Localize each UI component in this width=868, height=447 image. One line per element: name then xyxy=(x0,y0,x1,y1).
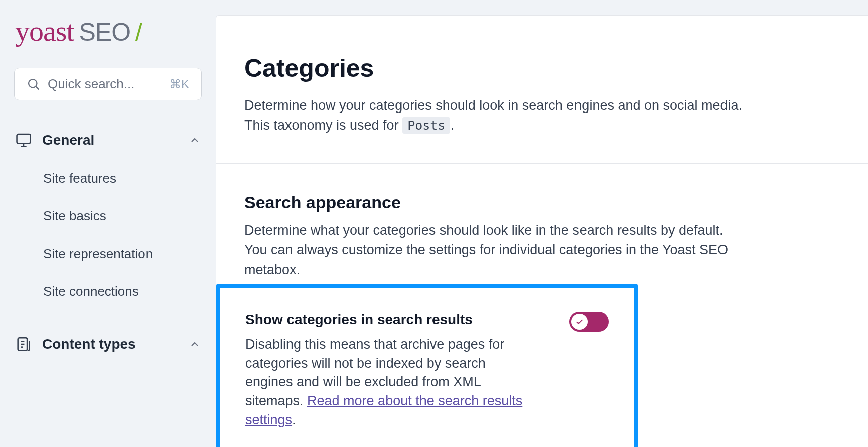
nav-group-general[interactable]: General xyxy=(14,125,202,156)
setting-text: Show categories in search results Disabl… xyxy=(245,312,551,430)
sidebar: yoastSEO/ Quick search... ⌘K General Sit… xyxy=(0,0,216,447)
logo-brand: yoast xyxy=(15,15,74,47)
page-desc-tail: . xyxy=(450,118,454,133)
chevron-up-icon xyxy=(189,338,201,350)
search-input[interactable]: Quick search... ⌘K xyxy=(14,68,202,100)
nav-items-general: Site features Site basics Site represent… xyxy=(14,160,202,310)
svg-line-1 xyxy=(36,86,39,89)
logo: yoastSEO/ xyxy=(14,16,202,46)
nav-group-label: General xyxy=(42,132,179,148)
monitor-icon xyxy=(15,132,32,149)
nav-group-label: Content types xyxy=(42,336,179,352)
taxonomy-code: Posts xyxy=(402,117,450,134)
section-description: Determine what your categories should lo… xyxy=(244,220,746,279)
page-description: Determine how your categories should loo… xyxy=(244,96,746,135)
nav-group-content-types[interactable]: Content types xyxy=(14,328,202,360)
nav-item-site-basics[interactable]: Site basics xyxy=(43,197,202,235)
nav-item-site-features[interactable]: Site features xyxy=(43,160,202,197)
logo-suffix: SEO xyxy=(79,18,130,46)
section-title: Search appearance xyxy=(244,193,840,212)
search-kbd: ⌘K xyxy=(169,77,189,91)
check-icon xyxy=(575,318,584,326)
setting-highlight: Show categories in search results Disabl… xyxy=(216,284,638,447)
svg-rect-2 xyxy=(17,134,31,143)
setting-row-show-categories: Show categories in search results Disabl… xyxy=(245,312,609,430)
main-panel: Categories Determine how your categories… xyxy=(216,15,868,447)
logo-slash: / xyxy=(135,18,142,46)
chevron-up-icon xyxy=(189,134,201,146)
search-icon xyxy=(27,77,41,91)
search-appearance-section: Search appearance Determine what your ca… xyxy=(216,164,868,279)
nav-item-site-connections[interactable]: Site connections xyxy=(43,273,202,310)
setting-label: Show categories in search results xyxy=(245,312,551,328)
setting-help: Disabling this means that archive pages … xyxy=(245,335,526,430)
document-icon xyxy=(15,336,32,353)
app-layout: yoastSEO/ Quick search... ⌘K General Sit… xyxy=(0,0,868,447)
svg-point-0 xyxy=(29,79,37,87)
search-placeholder: Quick search... xyxy=(48,76,162,92)
nav-item-site-representation[interactable]: Site representation xyxy=(43,235,202,273)
setting-help-tail: . xyxy=(292,412,296,427)
page-header: Categories Determine how your categories… xyxy=(216,16,868,164)
toggle-show-categories[interactable] xyxy=(569,312,609,332)
page-desc-text: Determine how your categories should loo… xyxy=(244,98,742,133)
page-title: Categories xyxy=(244,54,840,83)
toggle-knob xyxy=(571,314,588,330)
